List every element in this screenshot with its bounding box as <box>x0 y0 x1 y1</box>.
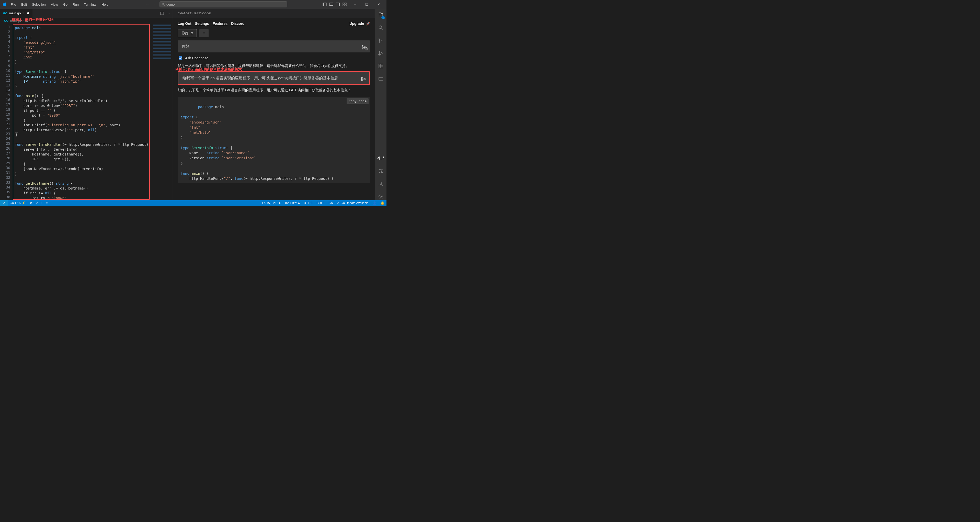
remote-icon[interactable] <box>377 75 385 82</box>
minimap[interactable] <box>151 24 173 200</box>
chat-tab-close-icon[interactable]: x <box>191 31 193 35</box>
status-eol[interactable]: CRLF <box>314 201 326 205</box>
svg-rect-3 <box>323 3 324 6</box>
svg-point-32 <box>380 182 382 184</box>
status-indent[interactable]: Tab Size: 4 <box>282 201 302 205</box>
nav-back-icon[interactable]: ← <box>144 3 151 6</box>
go-file-icon: GO <box>3 12 7 15</box>
tab-filename: main.go <box>9 11 21 15</box>
menu-run[interactable]: Run <box>70 2 81 7</box>
menu-edit[interactable]: Edit <box>19 2 29 7</box>
explorer-icon[interactable] <box>377 11 385 18</box>
svg-point-19 <box>378 54 380 56</box>
title-bar: File Edit Selection View Go Run Terminal… <box>0 0 387 9</box>
chat-tab-1[interactable]: 你好 x <box>178 29 197 37</box>
svg-point-14 <box>379 26 382 29</box>
svg-point-17 <box>379 42 380 43</box>
extension-badge[interactable]: 4₊² <box>377 155 385 162</box>
chat-tab-label: 你好 <box>181 31 189 35</box>
menu-view[interactable]: View <box>49 2 60 7</box>
upgrade-link[interactable]: Upgrade <box>349 21 364 26</box>
status-debug[interactable] <box>43 201 51 204</box>
chat-msg-text: 给我写一个基于 go 语言实现的应用程序，用户可以通过 get 访问接口知晓服务… <box>183 76 365 81</box>
account-icon[interactable] <box>377 180 385 187</box>
run-debug-icon[interactable] <box>377 49 385 57</box>
status-feedback-icon[interactable]: 👤 <box>371 201 379 205</box>
breadcrumb[interactable]: GO main.go › … 机械人: 像狗一样搬运代码 <box>0 18 173 24</box>
copy-code-button[interactable]: Copy code <box>347 98 369 104</box>
status-go-update[interactable]: ⚠ Go Update Available <box>335 201 371 205</box>
extensions-icon[interactable] <box>377 62 385 70</box>
layout-customize-icon[interactable] <box>342 2 347 6</box>
menu-help[interactable]: Help <box>99 2 110 7</box>
svg-point-31 <box>380 172 381 173</box>
ai-response-line: 好的，以下是一个简单的基于 Go 语言实现的应用程序，用户可以通过 GET 访问… <box>178 88 370 93</box>
svg-rect-24 <box>379 78 383 80</box>
annotation-left: 机械人: 像狗一样搬运代码 <box>12 18 53 22</box>
chat-tab-add[interactable]: + <box>199 29 208 37</box>
window-minimize-button[interactable]: ─ <box>349 0 361 9</box>
chat-user-msg-1: 你好 <box>178 40 370 53</box>
nav-forward-icon[interactable]: → <box>152 3 159 6</box>
chat-panel: CHATGPT - EASYCODE Log Out Settings Feat… <box>173 9 375 200</box>
send-icon[interactable] <box>361 77 366 81</box>
activity-bar: 4₊² <box>375 9 387 200</box>
status-problems[interactable]: ⊘1 ⚠0 <box>28 201 43 205</box>
menu-terminal[interactable]: Terminal <box>82 2 99 7</box>
layout-sidebar-right-icon[interactable] <box>336 2 340 6</box>
chat-user-msg-2: 给我写一个基于 go 语言实现的应用程序，用户可以通过 get 访问接口知晓服务… <box>178 71 370 85</box>
menu-selection[interactable]: Selection <box>30 2 48 7</box>
logout-link[interactable]: Log Out <box>178 21 191 26</box>
svg-rect-11 <box>345 5 346 6</box>
tab-more-icon[interactable]: ⋯ <box>166 11 170 15</box>
chat-msg-text: 你好 <box>182 44 366 49</box>
tab-main-go[interactable]: GO main.go 1 <box>0 9 32 18</box>
svg-rect-22 <box>381 66 383 68</box>
status-bar: Go 1.16⚡ ⊘1 ⚠0 Ln 15, Col 14 Tab Size: 4… <box>0 200 387 206</box>
ai-intro-line: 我是一名AI助手，可以回答你的问题、提供帮助和建议。请告诉我你需要什么帮助，我会… <box>178 64 370 68</box>
chat-panel-title: CHATGPT - EASYCODE <box>173 9 375 18</box>
rocket-icon: 🚀 <box>366 22 370 26</box>
svg-point-18 <box>382 40 383 41</box>
command-center-search[interactable]: demo <box>159 1 287 7</box>
features-link[interactable]: Features <box>213 21 228 26</box>
window-maximize-button[interactable]: ☐ <box>361 0 373 9</box>
remote-indicator[interactable] <box>0 200 8 206</box>
layout-sidebar-left-icon[interactable] <box>323 2 327 6</box>
status-lang[interactable]: Go <box>327 201 335 205</box>
chat-tabs: 你好 x + <box>178 29 370 37</box>
svg-point-16 <box>379 38 380 39</box>
send-icon[interactable] <box>362 45 367 50</box>
status-bell-icon[interactable]: 🔔 <box>379 201 387 205</box>
status-cursor-pos[interactable]: Ln 15, Col 14 <box>260 201 282 205</box>
svg-point-30 <box>381 171 382 172</box>
search-icon[interactable] <box>377 24 385 31</box>
ask-codebase-row[interactable]: Ask Codebase <box>178 56 370 61</box>
menu-file[interactable]: File <box>9 2 18 7</box>
search-text: demo <box>166 3 175 6</box>
settings-sliders-icon[interactable] <box>377 168 385 175</box>
svg-rect-21 <box>379 66 380 68</box>
ask-codebase-label: Ask Codebase <box>185 56 208 60</box>
gear-icon[interactable] <box>377 193 385 200</box>
source-control-icon[interactable] <box>377 37 385 44</box>
svg-rect-8 <box>343 3 344 4</box>
status-encoding[interactable]: UTF-8 <box>302 201 314 205</box>
svg-line-1 <box>164 5 164 6</box>
menu-go[interactable]: Go <box>61 2 70 7</box>
window-close-button[interactable]: ✕ <box>373 0 385 9</box>
code-editor[interactable]: package main import ( "encoding/json" "f… <box>13 24 150 200</box>
ask-codebase-checkbox[interactable] <box>179 56 182 60</box>
svg-point-0 <box>162 3 164 5</box>
svg-line-15 <box>381 29 383 30</box>
layout-panel-icon[interactable] <box>329 2 333 6</box>
vscode-logo-icon <box>2 2 6 6</box>
discord-link[interactable]: Discord <box>231 21 244 26</box>
settings-link[interactable]: Settings <box>195 21 209 26</box>
status-go-version[interactable]: Go 1.16⚡ <box>8 201 28 205</box>
svg-rect-10 <box>343 5 344 6</box>
chat-nav-links: Log Out Settings Features Discord Upgrad… <box>178 20 370 26</box>
svg-rect-20 <box>379 64 380 66</box>
split-editor-icon[interactable] <box>160 11 164 15</box>
editor-body: 1 2 3 4 5 6 7 8 9 10 11 12 13 14 15 16 1… <box>0 24 173 200</box>
